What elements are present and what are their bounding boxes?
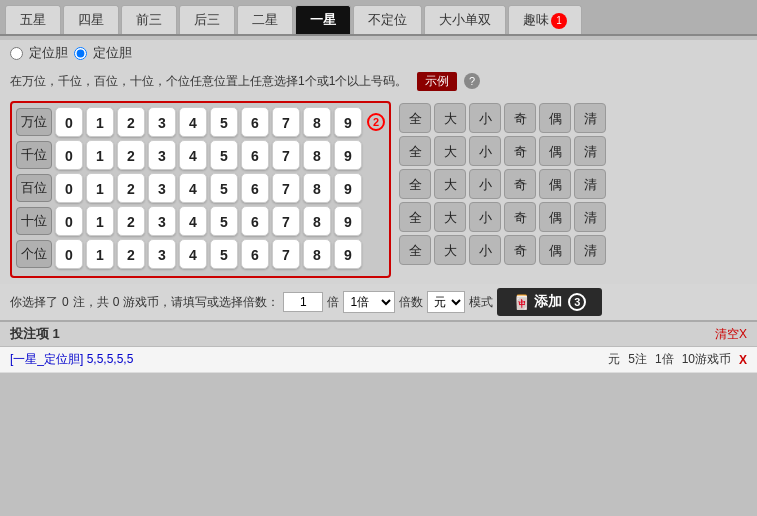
digit-shi-4[interactable]: 4 (179, 206, 207, 236)
tab-erxing[interactable]: 二星 (237, 5, 293, 34)
example-button[interactable]: 示例 (417, 72, 457, 91)
qual-shi-odd[interactable]: 奇 (504, 202, 536, 232)
qual-qian-clear[interactable]: 清 (574, 136, 606, 166)
digit-qian-3[interactable]: 3 (148, 140, 176, 170)
digit-shi-9[interactable]: 9 (334, 206, 362, 236)
qual-ge-odd[interactable]: 奇 (504, 235, 536, 265)
digit-bai-2[interactable]: 2 (117, 173, 145, 203)
digit-ge-7[interactable]: 7 (272, 239, 300, 269)
digit-qian-4[interactable]: 4 (179, 140, 207, 170)
qual-shi-all[interactable]: 全 (399, 202, 431, 232)
digit-ge-5[interactable]: 5 (210, 239, 238, 269)
qual-shi-small[interactable]: 小 (469, 202, 501, 232)
digit-ge-9[interactable]: 9 (334, 239, 362, 269)
qual-bai-small[interactable]: 小 (469, 169, 501, 199)
digit-wan-6[interactable]: 6 (241, 107, 269, 137)
tab-daxiaodanshuang[interactable]: 大小单双 (424, 5, 506, 34)
tab-yixing[interactable]: 一星 (295, 5, 351, 34)
digit-ge-3[interactable]: 3 (148, 239, 176, 269)
tab-housan[interactable]: 后三 (179, 5, 235, 34)
digit-shi-5[interactable]: 5 (210, 206, 238, 236)
bet-item-close[interactable]: X (739, 353, 747, 367)
qual-ge-all[interactable]: 全 (399, 235, 431, 265)
qual-qian-big[interactable]: 大 (434, 136, 466, 166)
digit-wan-3[interactable]: 3 (148, 107, 176, 137)
digit-qian-0[interactable]: 0 (55, 140, 83, 170)
label-baiwei[interactable]: 百位 (16, 174, 52, 202)
tab-wuxing[interactable]: 五星 (5, 5, 61, 34)
qual-bai-clear[interactable]: 清 (574, 169, 606, 199)
qual-ge-clear[interactable]: 清 (574, 235, 606, 265)
radio-dingweidan2[interactable] (74, 47, 87, 60)
qual-wan-all[interactable]: 全 (399, 103, 431, 133)
qual-bai-all[interactable]: 全 (399, 169, 431, 199)
digit-bai-1[interactable]: 1 (86, 173, 114, 203)
clear-button[interactable]: 清空X (715, 326, 747, 343)
label-gewei[interactable]: 个位 (16, 240, 52, 268)
qual-qian-odd[interactable]: 奇 (504, 136, 536, 166)
digit-bai-6[interactable]: 6 (241, 173, 269, 203)
digit-ge-0[interactable]: 0 (55, 239, 83, 269)
qual-ge-big[interactable]: 大 (434, 235, 466, 265)
digit-qian-9[interactable]: 9 (334, 140, 362, 170)
qual-shi-clear[interactable]: 清 (574, 202, 606, 232)
digit-shi-8[interactable]: 8 (303, 206, 331, 236)
multiplier-input[interactable] (283, 292, 323, 312)
qual-ge-even[interactable]: 偶 (539, 235, 571, 265)
radio-label-1[interactable]: 定位胆 (29, 44, 68, 62)
label-shiwei[interactable]: 十位 (16, 207, 52, 235)
digit-wan-8[interactable]: 8 (303, 107, 331, 137)
digit-qian-1[interactable]: 1 (86, 140, 114, 170)
digit-qian-5[interactable]: 5 (210, 140, 238, 170)
qual-bai-odd[interactable]: 奇 (504, 169, 536, 199)
radio-label-2[interactable]: 定位胆 (93, 44, 132, 62)
qual-wan-clear[interactable]: 清 (574, 103, 606, 133)
mode-select[interactable]: 元 角 分 (427, 291, 465, 313)
digit-qian-8[interactable]: 8 (303, 140, 331, 170)
radio-dingweidan1[interactable] (10, 47, 23, 60)
digit-qian-2[interactable]: 2 (117, 140, 145, 170)
digit-ge-6[interactable]: 6 (241, 239, 269, 269)
digit-wan-9[interactable]: 9 (334, 107, 362, 137)
tab-qiansan[interactable]: 前三 (121, 5, 177, 34)
digit-shi-7[interactable]: 7 (272, 206, 300, 236)
digit-wan-7[interactable]: 7 (272, 107, 300, 137)
multiplier-select[interactable]: 1倍 2倍 3倍 5倍 10倍 (343, 291, 395, 313)
qual-qian-even[interactable]: 偶 (539, 136, 571, 166)
add-button[interactable]: 🀄 添加 3 (497, 288, 602, 316)
digit-qian-7[interactable]: 7 (272, 140, 300, 170)
qual-wan-big[interactable]: 大 (434, 103, 466, 133)
help-icon[interactable]: ? (464, 73, 480, 89)
digit-qian-6[interactable]: 6 (241, 140, 269, 170)
qual-qian-small[interactable]: 小 (469, 136, 501, 166)
qual-bai-even[interactable]: 偶 (539, 169, 571, 199)
digit-wan-0[interactable]: 0 (55, 107, 83, 137)
qual-shi-big[interactable]: 大 (434, 202, 466, 232)
digit-shi-0[interactable]: 0 (55, 206, 83, 236)
digit-wan-2[interactable]: 2 (117, 107, 145, 137)
tab-budingwei[interactable]: 不定位 (353, 5, 422, 34)
digit-shi-2[interactable]: 2 (117, 206, 145, 236)
tab-quwei[interactable]: 趣味1 (508, 5, 582, 34)
label-wanwei[interactable]: 万位 (16, 108, 52, 136)
label-qianwei[interactable]: 千位 (16, 141, 52, 169)
digit-bai-4[interactable]: 4 (179, 173, 207, 203)
digit-wan-1[interactable]: 1 (86, 107, 114, 137)
digit-ge-2[interactable]: 2 (117, 239, 145, 269)
qual-shi-even[interactable]: 偶 (539, 202, 571, 232)
qual-ge-small[interactable]: 小 (469, 235, 501, 265)
qual-wan-even[interactable]: 偶 (539, 103, 571, 133)
digit-wan-5[interactable]: 5 (210, 107, 238, 137)
digit-ge-4[interactable]: 4 (179, 239, 207, 269)
qual-wan-odd[interactable]: 奇 (504, 103, 536, 133)
digit-ge-8[interactable]: 8 (303, 239, 331, 269)
digit-bai-7[interactable]: 7 (272, 173, 300, 203)
digit-ge-1[interactable]: 1 (86, 239, 114, 269)
digit-bai-0[interactable]: 0 (55, 173, 83, 203)
digit-wan-4[interactable]: 4 (179, 107, 207, 137)
digit-bai-5[interactable]: 5 (210, 173, 238, 203)
digit-bai-3[interactable]: 3 (148, 173, 176, 203)
qual-bai-big[interactable]: 大 (434, 169, 466, 199)
qual-wan-small[interactable]: 小 (469, 103, 501, 133)
digit-shi-6[interactable]: 6 (241, 206, 269, 236)
